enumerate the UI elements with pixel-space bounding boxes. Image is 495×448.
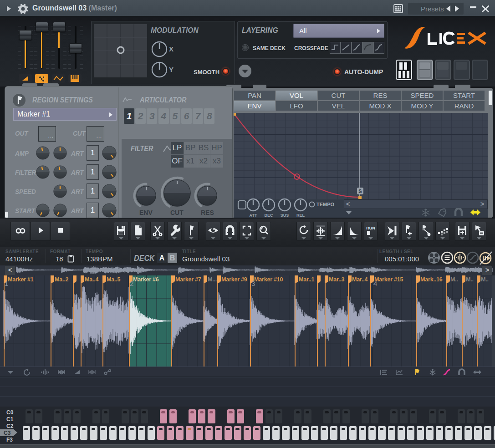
- svg-text:RUN: RUN: [366, 226, 375, 230]
- svg-text:S: S: [358, 188, 362, 194]
